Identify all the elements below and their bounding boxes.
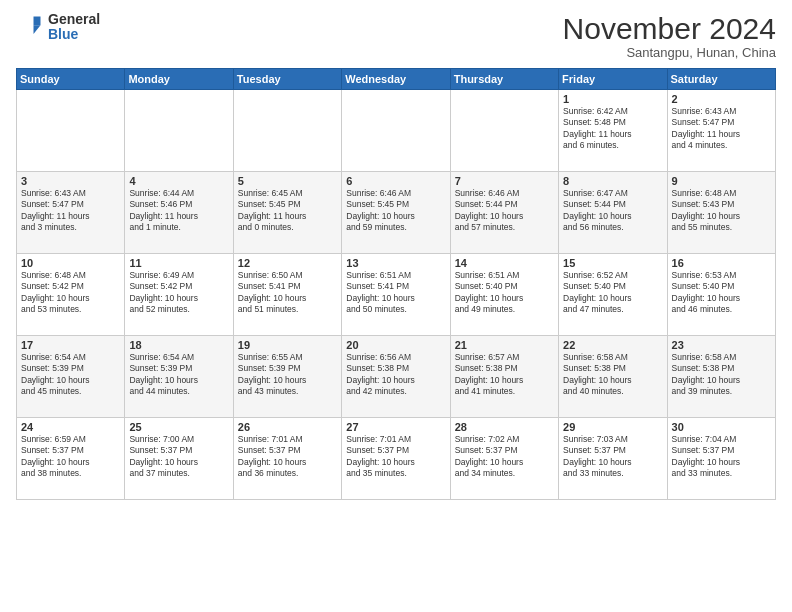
column-header-saturday: Saturday (667, 69, 775, 90)
day-info: Sunrise: 6:57 AM Sunset: 5:38 PM Dayligh… (455, 352, 554, 398)
day-number: 21 (455, 339, 554, 351)
day-number: 22 (563, 339, 662, 351)
day-number: 19 (238, 339, 337, 351)
day-info: Sunrise: 6:52 AM Sunset: 5:40 PM Dayligh… (563, 270, 662, 316)
calendar-header: SundayMondayTuesdayWednesdayThursdayFrid… (17, 69, 776, 90)
day-info: Sunrise: 6:46 AM Sunset: 5:44 PM Dayligh… (455, 188, 554, 234)
column-header-tuesday: Tuesday (233, 69, 341, 90)
day-cell: 12Sunrise: 6:50 AM Sunset: 5:41 PM Dayli… (233, 254, 341, 336)
day-info: Sunrise: 6:58 AM Sunset: 5:38 PM Dayligh… (672, 352, 771, 398)
day-info: Sunrise: 6:54 AM Sunset: 5:39 PM Dayligh… (129, 352, 228, 398)
column-header-wednesday: Wednesday (342, 69, 450, 90)
day-number: 18 (129, 339, 228, 351)
day-info: Sunrise: 6:43 AM Sunset: 5:47 PM Dayligh… (672, 106, 771, 152)
day-cell (125, 90, 233, 172)
day-number: 26 (238, 421, 337, 433)
day-number: 11 (129, 257, 228, 269)
day-cell: 11Sunrise: 6:49 AM Sunset: 5:42 PM Dayli… (125, 254, 233, 336)
day-cell: 28Sunrise: 7:02 AM Sunset: 5:37 PM Dayli… (450, 418, 558, 500)
day-number: 15 (563, 257, 662, 269)
day-cell: 16Sunrise: 6:53 AM Sunset: 5:40 PM Dayli… (667, 254, 775, 336)
day-cell: 29Sunrise: 7:03 AM Sunset: 5:37 PM Dayli… (559, 418, 667, 500)
day-info: Sunrise: 7:00 AM Sunset: 5:37 PM Dayligh… (129, 434, 228, 480)
day-info: Sunrise: 6:54 AM Sunset: 5:39 PM Dayligh… (21, 352, 120, 398)
day-number: 14 (455, 257, 554, 269)
day-number: 8 (563, 175, 662, 187)
day-number: 5 (238, 175, 337, 187)
day-info: Sunrise: 6:42 AM Sunset: 5:48 PM Dayligh… (563, 106, 662, 152)
day-cell: 23Sunrise: 6:58 AM Sunset: 5:38 PM Dayli… (667, 336, 775, 418)
svg-marker-1 (34, 26, 41, 35)
day-cell: 20Sunrise: 6:56 AM Sunset: 5:38 PM Dayli… (342, 336, 450, 418)
day-number: 7 (455, 175, 554, 187)
day-info: Sunrise: 6:56 AM Sunset: 5:38 PM Dayligh… (346, 352, 445, 398)
day-cell: 26Sunrise: 7:01 AM Sunset: 5:37 PM Dayli… (233, 418, 341, 500)
day-cell: 14Sunrise: 6:51 AM Sunset: 5:40 PM Dayli… (450, 254, 558, 336)
day-info: Sunrise: 7:04 AM Sunset: 5:37 PM Dayligh… (672, 434, 771, 480)
day-cell: 15Sunrise: 6:52 AM Sunset: 5:40 PM Dayli… (559, 254, 667, 336)
day-number: 6 (346, 175, 445, 187)
day-cell (17, 90, 125, 172)
week-row-4: 17Sunrise: 6:54 AM Sunset: 5:39 PM Dayli… (17, 336, 776, 418)
logo-blue: Blue (48, 27, 100, 42)
day-cell: 25Sunrise: 7:00 AM Sunset: 5:37 PM Dayli… (125, 418, 233, 500)
day-cell: 27Sunrise: 7:01 AM Sunset: 5:37 PM Dayli… (342, 418, 450, 500)
svg-marker-0 (34, 17, 41, 26)
day-info: Sunrise: 6:48 AM Sunset: 5:42 PM Dayligh… (21, 270, 120, 316)
day-cell: 5Sunrise: 6:45 AM Sunset: 5:45 PM Daylig… (233, 172, 341, 254)
day-cell: 4Sunrise: 6:44 AM Sunset: 5:46 PM Daylig… (125, 172, 233, 254)
day-info: Sunrise: 6:48 AM Sunset: 5:43 PM Dayligh… (672, 188, 771, 234)
day-cell: 21Sunrise: 6:57 AM Sunset: 5:38 PM Dayli… (450, 336, 558, 418)
day-number: 29 (563, 421, 662, 433)
day-info: Sunrise: 6:44 AM Sunset: 5:46 PM Dayligh… (129, 188, 228, 234)
day-info: Sunrise: 6:53 AM Sunset: 5:40 PM Dayligh… (672, 270, 771, 316)
day-number: 20 (346, 339, 445, 351)
header: General Blue November 2024 Santangpu, Hu… (16, 12, 776, 60)
title-block: November 2024 Santangpu, Hunan, China (563, 12, 776, 60)
column-header-thursday: Thursday (450, 69, 558, 90)
day-info: Sunrise: 7:01 AM Sunset: 5:37 PM Dayligh… (346, 434, 445, 480)
day-info: Sunrise: 7:02 AM Sunset: 5:37 PM Dayligh… (455, 434, 554, 480)
calendar-body: 1Sunrise: 6:42 AM Sunset: 5:48 PM Daylig… (17, 90, 776, 500)
day-cell: 30Sunrise: 7:04 AM Sunset: 5:37 PM Dayli… (667, 418, 775, 500)
day-cell: 24Sunrise: 6:59 AM Sunset: 5:37 PM Dayli… (17, 418, 125, 500)
day-number: 16 (672, 257, 771, 269)
day-cell: 13Sunrise: 6:51 AM Sunset: 5:41 PM Dayli… (342, 254, 450, 336)
day-cell: 6Sunrise: 6:46 AM Sunset: 5:45 PM Daylig… (342, 172, 450, 254)
day-number: 30 (672, 421, 771, 433)
week-row-3: 10Sunrise: 6:48 AM Sunset: 5:42 PM Dayli… (17, 254, 776, 336)
day-info: Sunrise: 6:58 AM Sunset: 5:38 PM Dayligh… (563, 352, 662, 398)
day-cell: 1Sunrise: 6:42 AM Sunset: 5:48 PM Daylig… (559, 90, 667, 172)
day-cell: 3Sunrise: 6:43 AM Sunset: 5:47 PM Daylig… (17, 172, 125, 254)
column-header-friday: Friday (559, 69, 667, 90)
day-number: 2 (672, 93, 771, 105)
day-info: Sunrise: 6:46 AM Sunset: 5:45 PM Dayligh… (346, 188, 445, 234)
day-number: 9 (672, 175, 771, 187)
day-info: Sunrise: 6:45 AM Sunset: 5:45 PM Dayligh… (238, 188, 337, 234)
day-info: Sunrise: 7:03 AM Sunset: 5:37 PM Dayligh… (563, 434, 662, 480)
day-info: Sunrise: 6:59 AM Sunset: 5:37 PM Dayligh… (21, 434, 120, 480)
day-number: 13 (346, 257, 445, 269)
day-number: 1 (563, 93, 662, 105)
day-cell: 8Sunrise: 6:47 AM Sunset: 5:44 PM Daylig… (559, 172, 667, 254)
day-info: Sunrise: 7:01 AM Sunset: 5:37 PM Dayligh… (238, 434, 337, 480)
day-cell: 7Sunrise: 6:46 AM Sunset: 5:44 PM Daylig… (450, 172, 558, 254)
day-number: 24 (21, 421, 120, 433)
week-row-1: 1Sunrise: 6:42 AM Sunset: 5:48 PM Daylig… (17, 90, 776, 172)
calendar-table: SundayMondayTuesdayWednesdayThursdayFrid… (16, 68, 776, 500)
header-row: SundayMondayTuesdayWednesdayThursdayFrid… (17, 69, 776, 90)
day-info: Sunrise: 6:51 AM Sunset: 5:40 PM Dayligh… (455, 270, 554, 316)
logo-text: General Blue (48, 12, 100, 43)
day-info: Sunrise: 6:51 AM Sunset: 5:41 PM Dayligh… (346, 270, 445, 316)
day-cell: 2Sunrise: 6:43 AM Sunset: 5:47 PM Daylig… (667, 90, 775, 172)
day-info: Sunrise: 6:47 AM Sunset: 5:44 PM Dayligh… (563, 188, 662, 234)
day-info: Sunrise: 6:55 AM Sunset: 5:39 PM Dayligh… (238, 352, 337, 398)
day-info: Sunrise: 6:43 AM Sunset: 5:47 PM Dayligh… (21, 188, 120, 234)
day-cell: 9Sunrise: 6:48 AM Sunset: 5:43 PM Daylig… (667, 172, 775, 254)
logo-general: General (48, 12, 100, 27)
day-cell (450, 90, 558, 172)
day-number: 28 (455, 421, 554, 433)
week-row-2: 3Sunrise: 6:43 AM Sunset: 5:47 PM Daylig… (17, 172, 776, 254)
day-number: 25 (129, 421, 228, 433)
day-cell: 19Sunrise: 6:55 AM Sunset: 5:39 PM Dayli… (233, 336, 341, 418)
